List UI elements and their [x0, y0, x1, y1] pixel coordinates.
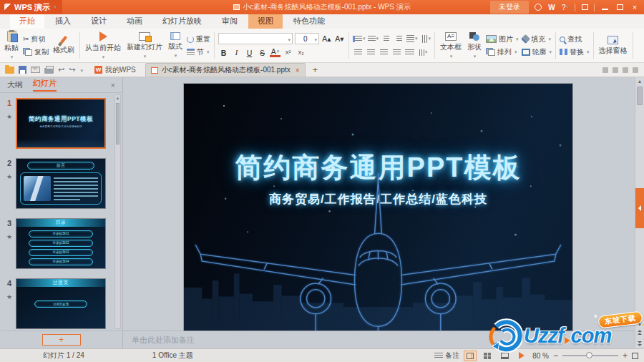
open-icon[interactable]: [5, 67, 14, 74]
bold-button[interactable]: B: [218, 47, 229, 58]
play-from-current-button[interactable]: 从当前开始: [82, 29, 124, 62]
slide-panel: 大纲 幻灯片 × 1 ★ 简约商务通用PPT模板 商务贸易/工作报告/工作总结/…: [0, 77, 123, 348]
tab-slideshow[interactable]: 幻灯片放映: [153, 14, 211, 29]
strikethrough-button[interactable]: S: [257, 47, 268, 58]
grow-font-button[interactable]: A▴: [321, 34, 332, 44]
titlebar-right: 未登录 W ? ×: [490, 1, 644, 14]
line-spacing-button[interactable]: [406, 34, 418, 44]
close-button[interactable]: ×: [630, 3, 640, 11]
increase-indent-button[interactable]: [394, 34, 404, 44]
wps-menu-button[interactable]: WPS 演示: [0, 0, 62, 14]
tabbar-mini-icons[interactable]: [602, 67, 641, 73]
new-document-tab-button[interactable]: +: [309, 64, 322, 75]
subscript-button[interactable]: X₂: [296, 47, 306, 58]
export-icon[interactable]: [31, 67, 40, 73]
picture-button[interactable]: 图片: [484, 34, 520, 44]
vip-icon[interactable]: W: [547, 3, 556, 11]
undo-icon[interactable]: ↩: [58, 66, 64, 74]
my-wps-tab[interactable]: W 我的WPS: [89, 64, 142, 77]
italic-button[interactable]: I: [231, 47, 242, 58]
minimize-button[interactable]: [600, 3, 610, 11]
divider: [575, 4, 575, 11]
bullets-button[interactable]: [353, 34, 366, 44]
tab-insert[interactable]: 插入: [46, 14, 80, 29]
main-area: 大纲 幻灯片 × 1 ★ 简约商务通用PPT模板 商务贸易/工作报告/工作总结/…: [0, 77, 644, 348]
airplane-graphic: [184, 171, 572, 331]
scroll-up-icon[interactable]: ▲: [635, 79, 644, 84]
font-size-combo[interactable]: 0: [295, 33, 319, 44]
slide-thumbnail-3[interactable]: 3 ★ 目录 目录标题01 目录标题02 目录标题03 目录标题04: [3, 218, 122, 269]
scrollbar-thumb[interactable]: [116, 103, 119, 145]
save-icon[interactable]: [19, 66, 26, 74]
format-painter-button[interactable]: 格式刷: [50, 29, 77, 62]
tab-view[interactable]: 视图: [248, 14, 283, 29]
play-icon: [99, 31, 107, 41]
tab-special[interactable]: 特色功能: [284, 14, 334, 29]
numbering-button[interactable]: [368, 34, 379, 44]
cut-button[interactable]: ✂剪切: [21, 34, 50, 44]
slide-thumbnail-2[interactable]: 2 ★ 前言: [3, 158, 122, 209]
reset-button[interactable]: 重置: [185, 34, 212, 44]
arrange-button[interactable]: 排列: [484, 47, 520, 57]
justify-button[interactable]: [391, 47, 402, 58]
align-right-button[interactable]: [379, 47, 389, 58]
picture-icon: [486, 35, 497, 43]
thumbnail-scrollbar[interactable]: ▲: [114, 94, 121, 329]
align-left-button[interactable]: [353, 47, 364, 58]
sidebar-pull-tab[interactable]: [635, 188, 644, 228]
underline-button[interactable]: U: [244, 47, 255, 58]
tab-home[interactable]: 开始: [10, 14, 44, 29]
outline-button[interactable]: 轮廓: [520, 47, 554, 57]
notes-placeholder: 单击此处添加备注: [132, 335, 195, 346]
text-direction-button[interactable]: [420, 34, 431, 44]
wps-logo-icon: [4, 4, 11, 11]
replace-button[interactable]: 替换: [558, 47, 591, 57]
slides-tab[interactable]: 幻灯片: [33, 78, 57, 92]
divider: [594, 4, 595, 11]
close-tab-icon[interactable]: ×: [296, 67, 300, 74]
help-icon[interactable]: ?: [561, 3, 570, 11]
customize-toolbar-icon[interactable]: [79, 66, 83, 74]
layout-button[interactable]: 版式: [165, 29, 185, 62]
slide-thumbnail-4[interactable]: 4 ★ 过渡页 过渡页标题: [3, 278, 122, 329]
promote-icon[interactable]: [580, 3, 589, 11]
selection-pane-button[interactable]: 选择窗格: [596, 29, 630, 62]
new-slide-button[interactable]: 新建幻灯片: [124, 29, 165, 62]
font-name-combo[interactable]: [218, 33, 293, 44]
superscript-button[interactable]: X²: [283, 47, 293, 58]
chevron-left-icon: [638, 205, 641, 211]
textbox-button[interactable]: A≡ 文本框: [437, 29, 464, 62]
print-icon[interactable]: [44, 68, 54, 74]
document-tab[interactable]: 小c素材-商务炫酷风格动态模板-001.pptx ×: [145, 63, 306, 77]
current-slide[interactable]: 简约商务通用PPT模板 商务贸易/工作报告/工作总结/蓝色科技: [184, 84, 572, 331]
section-button[interactable]: 节: [185, 47, 212, 57]
tab-design[interactable]: 设计: [82, 14, 116, 29]
normal-view-button[interactable]: [464, 351, 477, 361]
shapes-button[interactable]: 形状: [464, 29, 484, 62]
redo-icon[interactable]: ↪: [69, 66, 75, 74]
tab-review[interactable]: 审阅: [213, 14, 247, 29]
distribute-button[interactable]: [404, 47, 415, 58]
window-title: 小c素材-商务炫酷风格动态模板-001.pptx - WPS 演示: [243, 3, 410, 11]
slide-canvas[interactable]: 简约商务通用PPT模板 商务贸易/工作报告/工作总结/蓝色科技: [123, 77, 635, 331]
paste-button[interactable]: 粘贴: [1, 29, 21, 62]
skin-icon[interactable]: [534, 3, 542, 11]
find-button[interactable]: 查找: [558, 34, 591, 44]
scrollbar-thumb[interactable]: [637, 87, 643, 105]
vertical-scrollbar[interactable]: ▲ ▼: [635, 77, 644, 348]
maximize-button[interactable]: [615, 3, 625, 11]
align-center-button[interactable]: [366, 47, 376, 58]
outline-tab[interactable]: 大纲: [7, 79, 23, 90]
copy-button[interactable]: 复制: [21, 47, 50, 57]
columns-button[interactable]: [417, 47, 428, 58]
font-color-button[interactable]: A: [270, 48, 280, 57]
login-button[interactable]: 未登录: [490, 1, 529, 14]
close-panel-icon[interactable]: ×: [111, 81, 115, 89]
tab-animation[interactable]: 动画: [117, 14, 152, 29]
add-slide-button[interactable]: +: [42, 334, 81, 346]
slide-thumbnail-1[interactable]: 1 ★ 简约商务通用PPT模板 商务贸易/工作报告/工作总结/蓝色科技: [3, 98, 122, 149]
fill-button[interactable]: 填充: [520, 34, 554, 44]
notes-toggle-button[interactable]: 备注: [434, 351, 459, 361]
shrink-font-button[interactable]: A▾: [334, 34, 345, 44]
decrease-indent-button[interactable]: [381, 34, 391, 44]
